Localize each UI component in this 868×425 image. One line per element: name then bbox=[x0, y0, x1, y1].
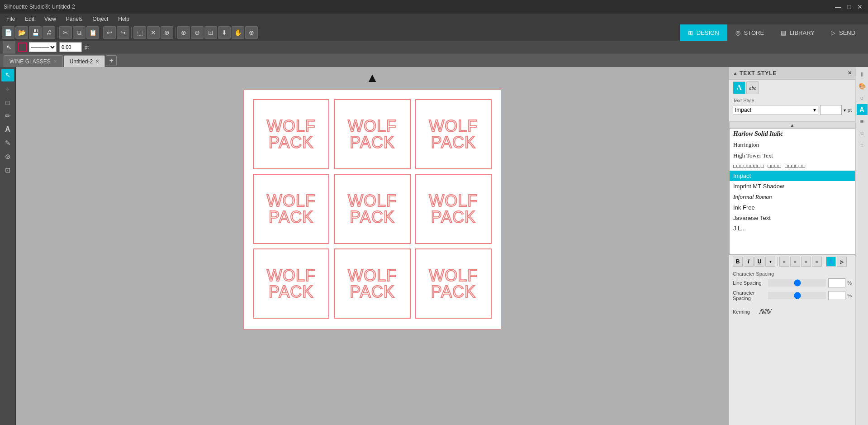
panel-header-left: ▲ TEXT STYLE bbox=[733, 70, 777, 76]
send-icon: ▷ bbox=[831, 29, 835, 36]
mode-store[interactable]: ◎ STORE bbox=[727, 24, 773, 41]
tool-edit[interactable]: ✎ bbox=[1, 137, 14, 149]
mode-send[interactable]: ▷ SEND bbox=[823, 24, 868, 41]
side-icon-list[interactable]: ≡ bbox=[857, 116, 868, 127]
font-dropdown-arrow: ▾ bbox=[813, 107, 816, 113]
tab-wine-glasses[interactable]: WINE GLASSES ✕ bbox=[4, 55, 63, 67]
tb-add[interactable]: ⊕ bbox=[245, 26, 258, 39]
tb-select[interactable]: ⬚ bbox=[133, 26, 146, 39]
sep1 bbox=[57, 27, 57, 38]
font-size-arrow[interactable]: ▾ bbox=[844, 108, 846, 113]
card-2: WOLFPACK bbox=[334, 99, 410, 169]
font-item-9[interactable]: J L... bbox=[730, 223, 855, 234]
tool-node[interactable]: ⊹ bbox=[1, 82, 14, 95]
text-format-icon[interactable]: A bbox=[733, 81, 745, 94]
menu-file[interactable]: File bbox=[2, 15, 19, 23]
font-size-input[interactable]: 72.00 bbox=[820, 105, 842, 115]
align-justify-btn[interactable]: ≡ bbox=[812, 257, 822, 267]
align-right-btn[interactable]: ≡ bbox=[801, 257, 811, 267]
underline-button[interactable]: U bbox=[754, 257, 764, 267]
minimize-button[interactable]: — bbox=[834, 2, 843, 11]
panel-close-btn[interactable]: ✕ bbox=[848, 70, 852, 76]
font-item-7[interactable]: Ink Free bbox=[730, 202, 855, 213]
bold-button[interactable]: B bbox=[733, 257, 743, 267]
font-item-6[interactable]: Informal Roman bbox=[730, 191, 855, 202]
font-item-8[interactable]: Javanese Text bbox=[730, 213, 855, 223]
more-options-btn[interactable]: ▷ bbox=[837, 257, 847, 267]
tb-print[interactable]: 🖨 bbox=[43, 26, 55, 39]
mode-library[interactable]: ▤ LIBRARY bbox=[773, 24, 823, 41]
font-item-5[interactable]: Imprint MT Shadow bbox=[730, 181, 855, 191]
text-style-label: Text Style bbox=[733, 98, 852, 103]
abc-format-icon[interactable]: abc bbox=[746, 81, 759, 94]
maximize-button[interactable]: □ bbox=[844, 2, 854, 11]
menu-object[interactable]: Object bbox=[88, 15, 113, 23]
tool-pointer[interactable]: ↖ bbox=[1, 69, 14, 81]
tb-undo[interactable]: ↩ bbox=[103, 26, 116, 39]
store-icon: ◎ bbox=[735, 29, 740, 36]
tool-eraser[interactable]: ⊡ bbox=[1, 164, 14, 177]
side-icon-color[interactable]: 🎨 bbox=[857, 81, 868, 91]
stroke-style-select[interactable]: ───── bbox=[29, 42, 57, 52]
side-icon-star[interactable]: ☆ bbox=[857, 128, 868, 138]
char-spacing-unit: % bbox=[847, 293, 852, 298]
tb-paste[interactable]: 📋 bbox=[86, 26, 99, 39]
tb-zoom-fit[interactable]: ⊡ bbox=[204, 26, 217, 39]
side-icon-shape[interactable]: ○ bbox=[857, 92, 868, 103]
stroke-color-btn[interactable] bbox=[18, 43, 27, 52]
scroll-up-arrow[interactable]: ▲ bbox=[366, 71, 379, 85]
font-item-4[interactable]: Impact bbox=[730, 171, 855, 181]
italic-button[interactable]: I bbox=[744, 257, 754, 267]
menu-help[interactable]: Help bbox=[114, 15, 134, 23]
tool-shape[interactable]: □ bbox=[1, 96, 14, 109]
font-selector[interactable]: Impact ▾ bbox=[733, 105, 818, 115]
tb-move-down[interactable]: ⬇ bbox=[218, 26, 231, 39]
tb-zoom-in[interactable]: ⊕ bbox=[177, 26, 190, 39]
tb-zoom-out[interactable]: ⊖ bbox=[191, 26, 204, 39]
sep4 bbox=[175, 27, 175, 38]
tb-copy[interactable]: ⧉ bbox=[73, 26, 85, 39]
tb-cut[interactable]: ✂ bbox=[59, 26, 72, 39]
panel-scroll-up[interactable]: ▲ bbox=[733, 71, 738, 76]
side-icon-menu[interactable]: ≡ bbox=[857, 139, 868, 150]
menu-edit[interactable]: Edit bbox=[20, 15, 39, 23]
font-item-0[interactable]: Harlow Solid Italic bbox=[730, 129, 855, 139]
font-list[interactable]: Harlow Solid Italic Harrington High Towe… bbox=[729, 128, 855, 255]
tab-wine-close[interactable]: ✕ bbox=[53, 59, 57, 64]
font-item-1[interactable]: Harrington bbox=[730, 139, 855, 150]
underline-arrow[interactable]: ▾ bbox=[765, 257, 775, 267]
menu-view[interactable]: View bbox=[40, 15, 61, 23]
menu-panels[interactable]: Panels bbox=[62, 15, 87, 23]
mode-design[interactable]: ⊞ DESIGN bbox=[680, 24, 727, 41]
tab-untitled2[interactable]: Untitled-2 ✕ bbox=[64, 55, 105, 67]
line-spacing-slider[interactable] bbox=[768, 279, 826, 287]
text-color-btn[interactable]: A bbox=[826, 257, 836, 267]
char-spacing-slider[interactable] bbox=[768, 292, 826, 299]
card-1-text: WOLFPACK bbox=[267, 118, 316, 151]
font-scroll-up[interactable]: ▲ bbox=[729, 122, 855, 128]
line-spacing-value[interactable]: 100.0 bbox=[828, 278, 845, 287]
close-button[interactable]: ✕ bbox=[855, 2, 864, 11]
tb-open[interactable]: 📂 bbox=[15, 26, 28, 39]
tb-hand[interactable]: ✋ bbox=[232, 26, 244, 39]
align-center-btn[interactable]: ≡ bbox=[790, 257, 800, 267]
char-spacing-value[interactable]: 100.0 bbox=[828, 291, 845, 300]
card-5-text: WOLFPACK bbox=[348, 193, 397, 225]
font-item-2[interactable]: High Tower Text bbox=[730, 150, 855, 161]
tool-knife[interactable]: ⊘ bbox=[1, 150, 14, 163]
font-item-3[interactable]: □□□□□□□□□ □□□□ □□□□□□ bbox=[730, 161, 855, 171]
tab-add-button[interactable]: + bbox=[106, 55, 117, 66]
tool-text[interactable]: A bbox=[1, 123, 14, 136]
tb-redo[interactable]: ↪ bbox=[117, 26, 129, 39]
tb-knife[interactable]: ✕ bbox=[147, 26, 160, 39]
tb-points[interactable]: ⊕ bbox=[161, 26, 173, 39]
align-left-btn[interactable]: ≡ bbox=[779, 257, 789, 267]
tb-new[interactable]: 📄 bbox=[2, 26, 14, 39]
tab-untitled-close[interactable]: ✕ bbox=[95, 59, 99, 64]
side-icon-layers[interactable]: Ⅱ bbox=[857, 69, 868, 80]
side-icon-text[interactable]: A bbox=[857, 104, 868, 115]
tool-draw[interactable]: ✏ bbox=[1, 110, 14, 122]
tool-select[interactable]: ↖ bbox=[3, 41, 15, 53]
tb-save[interactable]: 💾 bbox=[29, 26, 42, 39]
stroke-width-input[interactable]: 0.00 bbox=[59, 42, 82, 52]
